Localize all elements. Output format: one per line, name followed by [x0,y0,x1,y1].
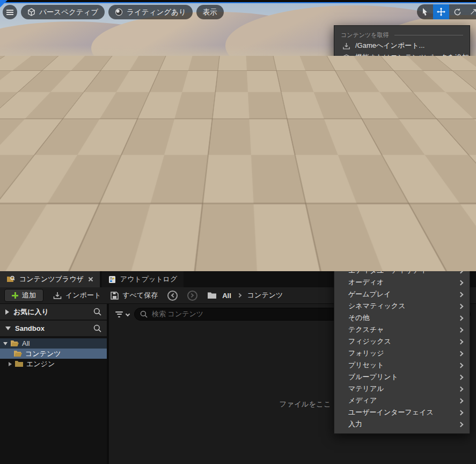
chevron-right-icon [458,256,464,262]
section-header-get-content: コンテンツを取得 [334,30,470,40]
submenu-blueprint[interactable]: ブループリント [334,371,470,383]
submenu-animation[interactable]: アニメーション [334,253,470,265]
collapse-triangle-icon [5,327,11,330]
tab-output-log[interactable]: アウトプットログ [102,271,184,287]
select-tool-button[interactable] [417,4,433,19]
submenu-label: Paper2D [348,243,376,251]
show-dropdown[interactable]: 表示 [196,5,224,19]
import-icon [53,292,62,300]
menu-item-new-folder[interactable]: 新規フォルダ [334,89,470,100]
submenu-preset[interactable]: プリセット [334,359,470,371]
close-icon[interactable] [88,277,93,282]
arrow-left-icon [171,293,175,298]
filter-funnel-icon[interactable] [115,311,123,317]
submenu-label: アニメーション [348,254,398,264]
arrow-right-icon [189,293,194,298]
submenu-misc[interactable]: その他 [334,312,470,324]
forward-button[interactable] [187,291,197,301]
menu-item-blueprint-class[interactable]: ブループリント クラス [334,136,470,159]
favorites-label: お気に入り [13,307,89,317]
submenu-label: 入力 [348,419,362,429]
section-header-advanced-assets: 高度なアセットを作成 [334,208,470,218]
collapse-triangle-icon[interactable] [3,342,8,345]
search-icon [140,310,148,318]
save-all-button[interactable]: すべて保存 [111,291,158,300]
submenu-media[interactable]: メディア [334,395,470,407]
menu-item-add-quixel[interactable]: Quixel コンテンツを追加 [334,63,470,75]
submenu-label: シネマティックス [348,301,405,311]
move-tool-button[interactable] [433,4,449,19]
search-icon[interactable] [93,324,101,332]
chevron-right-icon [458,410,464,415]
menu-item-level[interactable]: レベル [334,182,470,204]
submenu-fx[interactable]: FX [334,229,470,241]
tree-item-label: コンテンツ [25,349,61,359]
view-mode-label: ライティングあり [127,8,186,17]
asset-item-label: Niagara システム [368,120,423,130]
tab-content-browser[interactable]: コンテンツブラウザ [0,271,100,287]
view-mode-dropdown[interactable]: ライティングあり [108,5,193,19]
menu-item-label: 機能またはコンテンツパックを追加... [355,53,475,62]
breadcrumb-root[interactable]: All [222,292,231,300]
chevron-right-icon [458,221,464,226]
submenu-physics[interactable]: フィジックス [334,336,470,347]
submenu-ai[interactable]: AI [334,218,470,229]
chevron-right-icon [458,422,464,427]
asset-item-label: マテリアル [368,165,404,175]
submenu-label: テクスチャ [348,325,384,335]
menu-item-niagara-system[interactable]: Niagara システム [334,114,470,136]
asset-accent-bar [342,178,361,180]
axis-y-line [6,254,21,256]
submenu-material[interactable]: マテリアル [334,383,470,395]
menu-item-import-to-game[interactable]: /Gameへインポート... [334,40,470,52]
tree-item-engine[interactable]: エンジン [0,359,107,369]
scale-tool-button[interactable] [465,4,476,19]
submenu-label: フィジックス [348,337,391,346]
expand-triangle-icon[interactable] [9,362,12,366]
import-button[interactable]: インポート [53,291,101,300]
chevron-right-icon [458,280,464,285]
submenu-input[interactable]: 入力 [334,418,470,430]
submenu-audio[interactable]: オーディオ [334,277,470,288]
favorites-header[interactable]: お気に入り [0,304,107,320]
tree-item-all[interactable]: All [0,338,107,349]
submenu-paper2d[interactable]: Paper2D [334,241,470,253]
submenu-label: AI [348,220,355,228]
tree-item-label: エンジン [26,359,55,369]
add-button[interactable]: 追加 [4,289,43,302]
menu-item-material[interactable]: マテリアル [334,159,470,182]
submenu-cinematics[interactable]: シネマティックス [334,300,470,312]
chevron-right-icon [458,339,464,344]
output-log-icon [108,276,116,284]
breadcrumb-current[interactable]: コンテンツ [247,291,283,300]
submenu-texture[interactable]: テクスチャ [334,324,470,336]
expand-triangle-icon [5,309,9,315]
chevron-down-icon[interactable] [126,312,130,316]
plus-icon [12,292,18,299]
back-button[interactable] [167,291,178,301]
submenu-label: フォリッジ [348,349,384,358]
submenu-editor-utility[interactable]: エディタユーティリティ [334,265,470,277]
chevron-right-icon [458,386,464,392]
package-box-icon [342,53,350,62]
translate-gizmo-arrow[interactable] [327,230,332,254]
submenu-label: ブループリント [348,372,398,382]
material-checker-sphere-icon [342,161,361,180]
menu-item-add-feature-pack[interactable]: 機能またはコンテンツパックを追加... [334,52,470,63]
submenu-gameplay[interactable]: ゲームプレイ [334,288,470,300]
viewport-menu-button[interactable] [3,5,17,19]
submenu-foliage[interactable]: フォリッジ [334,347,470,359]
perspective-label: パースペクティブ [39,8,98,17]
chevron-right-icon [458,268,464,273]
perspective-dropdown[interactable]: パースペクティブ [21,5,105,19]
import-label: インポート [65,291,101,300]
tab-label: アウトプットログ [120,274,177,284]
show-label: 表示 [203,8,217,17]
axis-gizmo: Z Y X [8,231,40,263]
tree-item-content[interactable]: コンテンツ [0,349,107,359]
submenu-user-interface[interactable]: ユーザーインターフェイス [334,407,470,418]
rotate-tool-button[interactable] [449,4,465,19]
axis-z-line [20,237,22,255]
search-icon[interactable] [93,308,101,316]
collection-header[interactable]: Sandbox [0,321,107,336]
